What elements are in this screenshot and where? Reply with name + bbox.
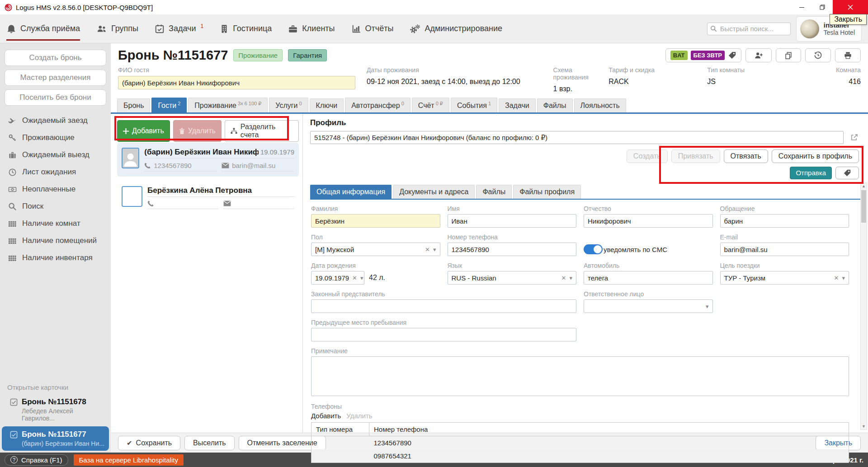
guest-fio-input[interactable]: (барин) Берёзкин Иван Никифорович (118, 76, 355, 89)
tags-button[interactable]: BAT БЕЗ ЗВТР (665, 48, 741, 62)
save-button[interactable]: ✔Сохранить (118, 436, 180, 450)
car-input[interactable]: телега (584, 271, 713, 285)
vertical-scrollbar[interactable]: ▲ ▼ (860, 182, 867, 430)
add-guest-button[interactable]: Добавить (117, 120, 170, 142)
tab-booking[interactable]: Бронь (117, 98, 150, 112)
nav-tasks[interactable]: Задачи1 (155, 14, 203, 43)
table-row[interactable]: 0987654321 (311, 449, 849, 463)
tab-profile-files-2[interactable]: Файлы профиля (513, 185, 581, 199)
clear-icon[interactable]: ✕ (561, 275, 566, 281)
tab-stay[interactable]: Проживание3x 6 100 ₽ (188, 98, 268, 112)
table-row[interactable]: 1234567890 (311, 436, 849, 450)
sidebar-item-room-availability[interactable]: Наличие комнат (0, 215, 111, 232)
nav-groups[interactable]: Группы (96, 14, 138, 43)
scroll-down-icon[interactable]: ▼ (861, 423, 867, 430)
guest-card-2[interactable]: Берёзкина Алёна Петровна (117, 181, 299, 214)
guest-phone: 1234567890 (144, 162, 217, 172)
chevron-down-icon[interactable]: ▾ (706, 303, 709, 310)
gender-select[interactable]: [M] Мужской✕▾ (311, 243, 440, 256)
sms-toggle[interactable] (584, 244, 603, 254)
link-profile-button[interactable]: Привязать (671, 149, 720, 163)
print-button[interactable] (835, 48, 861, 62)
split-accounts-button[interactable]: Разделить счета (225, 120, 299, 142)
chevron-down-icon[interactable]: ▾ (433, 246, 436, 253)
legal-representative-input[interactable] (311, 299, 576, 313)
phones-delete-link[interactable]: Удалить (346, 412, 372, 420)
tab-profile-files-1[interactable]: Файлы (476, 185, 512, 199)
scrollbar-thumb[interactable] (861, 190, 866, 223)
sidebar-item-space-availability[interactable]: Наличие помещений (0, 232, 111, 249)
salutation-input[interactable]: барин (720, 214, 849, 228)
search-input[interactable] (707, 23, 791, 35)
profile-tags-button[interactable] (835, 167, 859, 179)
note-textarea[interactable] (311, 356, 849, 396)
checkin-without-booking-button[interactable]: Поселить без брони (5, 89, 106, 106)
tab-folio[interactable]: Счёт0 ₽ (412, 98, 449, 112)
field-note: Примечание (311, 347, 849, 396)
tab-keys[interactable]: Ключи (310, 98, 344, 112)
scroll-up-icon[interactable]: ▲ (861, 183, 867, 189)
help-button[interactable]: ? Справка (F1) (5, 454, 68, 466)
envelope-icon (222, 163, 229, 168)
previous-place-input[interactable] (311, 328, 576, 341)
nav-front-office[interactable]: Служба приёма (6, 14, 80, 43)
rate-label: Тариф и скидка (609, 66, 707, 74)
create-profile-button[interactable]: Создать (627, 149, 668, 163)
phone-input[interactable]: 1234567890 (448, 243, 577, 256)
chevron-down-icon[interactable]: ▾ (842, 275, 845, 281)
guest-card-1[interactable]: (барин) Берёзкин Иван Никифорович 19.09.… (117, 143, 299, 177)
tab-guests[interactable]: Гости2 (151, 98, 187, 112)
nav-administration[interactable]: Администрирование (410, 14, 502, 43)
open-card-1151677[interactable]: Бронь №1151677 (барин) Берёзкин Иван Ни.… (2, 426, 109, 451)
chevron-down-icon[interactable]: ▾ (360, 275, 363, 281)
sidebar-item-expected-departure[interactable]: Ожидаемый выезд (0, 146, 111, 163)
history-button[interactable] (805, 48, 831, 62)
create-booking-button[interactable]: Создать бронь (5, 50, 106, 66)
open-profile-button[interactable] (847, 131, 861, 144)
split-wizard-button[interactable]: Мастер разделения (5, 70, 106, 86)
restore-button[interactable] (812, 0, 833, 14)
first-name-input[interactable]: Иван (448, 214, 577, 228)
tab-services[interactable]: Услуги0 (269, 98, 308, 112)
clear-icon[interactable]: ✕ (352, 275, 357, 281)
trip-purpose-select[interactable]: ТУР - Туризм✕▾ (720, 271, 849, 285)
unlink-profile-button[interactable]: Отвязать (724, 149, 768, 163)
email-input[interactable]: barin@mail.su (720, 243, 849, 256)
responsible-person-select[interactable]: ▾ (584, 299, 713, 313)
tab-loyalty[interactable]: Лояльность (574, 98, 626, 112)
send-button[interactable]: Отправка (790, 167, 832, 179)
tab-transfer[interactable]: Автотрансфер0 (345, 98, 410, 112)
sidebar-item-search[interactable]: Поиск (0, 198, 111, 215)
birth-date-input[interactable]: 19.09.1979✕▾ (311, 271, 364, 285)
nav-clients[interactable]: Клиенты (288, 14, 335, 43)
profile-input[interactable]: 5152748 - (барин) Берёзкин Иван Никифоро… (310, 131, 844, 144)
close-button[interactable] (833, 0, 868, 14)
open-card-1151678[interactable]: Бронь №1151678 Лебедев Алексей Гаврилов.… (0, 394, 111, 425)
sidebar-item-in-house[interactable]: Проживающие (0, 129, 111, 146)
tab-events[interactable]: События1 (451, 98, 497, 112)
language-select[interactable]: RUS - Russian✕▾ (448, 271, 577, 285)
tab-tasks[interactable]: Задачи (499, 98, 536, 112)
field-first-name: Имя Иван (448, 205, 577, 228)
sidebar-item-waitlist[interactable]: Лист ожидания (0, 163, 111, 181)
middle-name-input[interactable]: Никифорович (584, 214, 713, 228)
sidebar-item-unpaid[interactable]: Неоплаченные (0, 181, 111, 198)
chevron-down-icon[interactable]: ▾ (569, 275, 572, 281)
tab-general-info[interactable]: Общая информация (310, 185, 392, 199)
sidebar-item-expected-arrival[interactable]: Ожидаемый заезд (0, 112, 111, 129)
checkout-button[interactable]: Выселить (184, 436, 234, 450)
clear-icon[interactable]: ✕ (834, 275, 839, 281)
phones-add-link[interactable]: Добавить (311, 412, 341, 420)
copy-button[interactable] (776, 48, 801, 62)
add-guest-button[interactable] (745, 48, 772, 62)
minimize-button[interactable] (791, 0, 812, 14)
sidebar-item-inventory-availability[interactable]: Наличие инвентаря (0, 249, 111, 266)
last-name-input[interactable]: Берёзкин (311, 214, 440, 228)
tab-files[interactable]: Файлы (537, 98, 573, 112)
delete-guest-button[interactable]: Удалить (173, 120, 222, 142)
nav-hotel[interactable]: Гостиница (220, 14, 272, 43)
nav-reports[interactable]: Отчёты (351, 14, 394, 43)
save-to-profile-button[interactable]: Сохранить в профиль (772, 149, 859, 163)
tab-documents-addresses[interactable]: Документы и адреса (393, 185, 475, 199)
clear-icon[interactable]: ✕ (425, 246, 430, 253)
